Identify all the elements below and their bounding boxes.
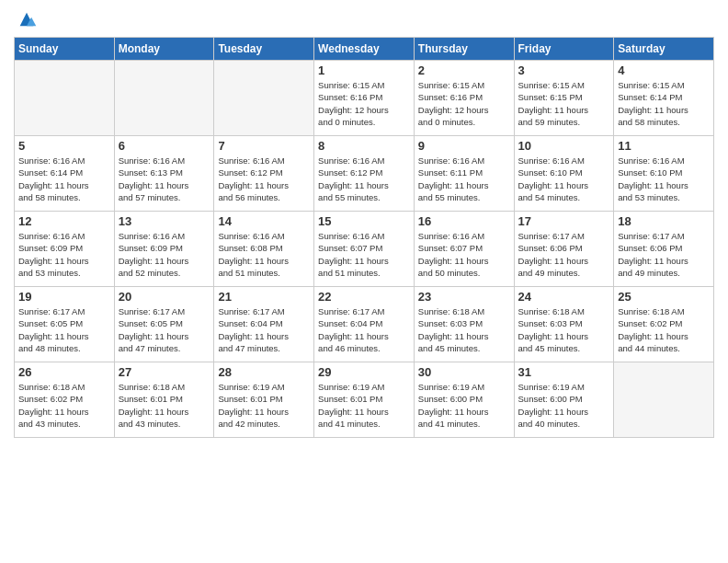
week-row-1: 1Sunrise: 6:15 AM Sunset: 6:16 PM Daylig… bbox=[15, 61, 714, 136]
logo-icon bbox=[17, 9, 37, 29]
day-number: 12 bbox=[18, 214, 110, 228]
weekday-header-monday: Monday bbox=[114, 38, 214, 61]
day-info: Sunrise: 6:18 AM Sunset: 6:03 PM Dayligh… bbox=[418, 305, 510, 354]
day-number: 11 bbox=[618, 139, 710, 153]
day-info: Sunrise: 6:18 AM Sunset: 6:02 PM Dayligh… bbox=[618, 305, 710, 354]
day-info: Sunrise: 6:17 AM Sunset: 6:05 PM Dayligh… bbox=[119, 305, 210, 354]
calendar-cell: 9Sunrise: 6:16 AM Sunset: 6:11 PM Daylig… bbox=[414, 136, 514, 212]
calendar-cell: 31Sunrise: 6:19 AM Sunset: 6:00 PM Dayli… bbox=[514, 362, 614, 438]
day-number: 27 bbox=[119, 365, 210, 379]
calendar-cell: 1Sunrise: 6:15 AM Sunset: 6:16 PM Daylig… bbox=[314, 61, 415, 136]
day-info: Sunrise: 6:16 AM Sunset: 6:14 PM Dayligh… bbox=[18, 155, 110, 203]
calendar-cell: 28Sunrise: 6:19 AM Sunset: 6:01 PM Dayli… bbox=[214, 362, 314, 438]
day-info: Sunrise: 6:16 AM Sunset: 6:09 PM Dayligh… bbox=[18, 230, 110, 279]
day-number: 31 bbox=[518, 365, 610, 379]
day-number: 8 bbox=[318, 139, 410, 153]
calendar-cell bbox=[614, 362, 714, 438]
calendar-cell: 23Sunrise: 6:18 AM Sunset: 6:03 PM Dayli… bbox=[414, 287, 514, 362]
day-info: Sunrise: 6:17 AM Sunset: 6:06 PM Dayligh… bbox=[518, 230, 610, 279]
day-number: 17 bbox=[518, 214, 610, 228]
day-info: Sunrise: 6:15 AM Sunset: 6:14 PM Dayligh… bbox=[618, 79, 710, 128]
day-number: 28 bbox=[218, 365, 310, 379]
day-number: 20 bbox=[119, 290, 210, 304]
calendar-cell: 12Sunrise: 6:16 AM Sunset: 6:09 PM Dayli… bbox=[15, 212, 115, 287]
day-info: Sunrise: 6:15 AM Sunset: 6:15 PM Dayligh… bbox=[518, 79, 610, 128]
day-number: 25 bbox=[618, 290, 710, 304]
weekday-header-wednesday: Wednesday bbox=[314, 38, 415, 61]
weekday-header-friday: Friday bbox=[514, 38, 614, 61]
day-info: Sunrise: 6:19 AM Sunset: 6:00 PM Dayligh… bbox=[418, 381, 510, 430]
day-number: 30 bbox=[418, 365, 510, 379]
day-info: Sunrise: 6:16 AM Sunset: 6:09 PM Dayligh… bbox=[119, 230, 210, 279]
week-row-2: 5Sunrise: 6:16 AM Sunset: 6:14 PM Daylig… bbox=[15, 136, 714, 212]
day-number: 26 bbox=[18, 365, 110, 379]
page-container: SundayMondayTuesdayWednesdayThursdayFrid… bbox=[0, 0, 728, 563]
calendar-cell: 5Sunrise: 6:16 AM Sunset: 6:14 PM Daylig… bbox=[15, 136, 115, 212]
calendar-cell: 20Sunrise: 6:17 AM Sunset: 6:05 PM Dayli… bbox=[114, 287, 214, 362]
calendar-cell: 17Sunrise: 6:17 AM Sunset: 6:06 PM Dayli… bbox=[514, 212, 614, 287]
calendar-cell: 3Sunrise: 6:15 AM Sunset: 6:15 PM Daylig… bbox=[514, 61, 614, 136]
calendar-cell: 16Sunrise: 6:16 AM Sunset: 6:07 PM Dayli… bbox=[414, 212, 514, 287]
day-number: 4 bbox=[618, 63, 710, 77]
calendar-cell: 8Sunrise: 6:16 AM Sunset: 6:12 PM Daylig… bbox=[314, 136, 415, 212]
day-number: 19 bbox=[18, 290, 110, 304]
day-info: Sunrise: 6:16 AM Sunset: 6:07 PM Dayligh… bbox=[318, 230, 410, 279]
calendar-cell: 15Sunrise: 6:16 AM Sunset: 6:07 PM Dayli… bbox=[314, 212, 415, 287]
day-info: Sunrise: 6:18 AM Sunset: 6:02 PM Dayligh… bbox=[18, 381, 110, 430]
day-info: Sunrise: 6:16 AM Sunset: 6:11 PM Dayligh… bbox=[418, 155, 510, 203]
weekday-header-saturday: Saturday bbox=[614, 38, 714, 61]
week-row-4: 19Sunrise: 6:17 AM Sunset: 6:05 PM Dayli… bbox=[15, 287, 714, 362]
calendar-cell: 2Sunrise: 6:15 AM Sunset: 6:16 PM Daylig… bbox=[414, 61, 514, 136]
calendar-cell: 21Sunrise: 6:17 AM Sunset: 6:04 PM Dayli… bbox=[214, 287, 314, 362]
calendar-cell: 27Sunrise: 6:18 AM Sunset: 6:01 PM Dayli… bbox=[114, 362, 214, 438]
day-number: 18 bbox=[618, 214, 710, 228]
day-info: Sunrise: 6:19 AM Sunset: 6:01 PM Dayligh… bbox=[318, 381, 410, 430]
weekday-header-row: SundayMondayTuesdayWednesdayThursdayFrid… bbox=[15, 38, 714, 61]
day-info: Sunrise: 6:17 AM Sunset: 6:04 PM Dayligh… bbox=[318, 305, 410, 354]
day-number: 13 bbox=[119, 214, 210, 228]
day-info: Sunrise: 6:18 AM Sunset: 6:01 PM Dayligh… bbox=[119, 381, 210, 430]
week-row-3: 12Sunrise: 6:16 AM Sunset: 6:09 PM Dayli… bbox=[15, 212, 714, 287]
week-row-5: 26Sunrise: 6:18 AM Sunset: 6:02 PM Dayli… bbox=[15, 362, 714, 438]
day-info: Sunrise: 6:16 AM Sunset: 6:08 PM Dayligh… bbox=[218, 230, 310, 279]
day-info: Sunrise: 6:19 AM Sunset: 6:00 PM Dayligh… bbox=[518, 381, 610, 430]
day-info: Sunrise: 6:16 AM Sunset: 6:13 PM Dayligh… bbox=[119, 155, 210, 203]
calendar-cell: 29Sunrise: 6:19 AM Sunset: 6:01 PM Dayli… bbox=[314, 362, 415, 438]
day-info: Sunrise: 6:18 AM Sunset: 6:03 PM Dayligh… bbox=[518, 305, 610, 354]
calendar-cell: 19Sunrise: 6:17 AM Sunset: 6:05 PM Dayli… bbox=[15, 287, 115, 362]
day-number: 14 bbox=[218, 214, 310, 228]
day-info: Sunrise: 6:17 AM Sunset: 6:05 PM Dayligh… bbox=[18, 305, 110, 354]
calendar-cell bbox=[114, 61, 214, 136]
weekday-header-thursday: Thursday bbox=[414, 38, 514, 61]
day-info: Sunrise: 6:16 AM Sunset: 6:12 PM Dayligh… bbox=[318, 155, 410, 203]
calendar-cell: 4Sunrise: 6:15 AM Sunset: 6:14 PM Daylig… bbox=[614, 61, 714, 136]
calendar-cell: 24Sunrise: 6:18 AM Sunset: 6:03 PM Dayli… bbox=[514, 287, 614, 362]
logo bbox=[14, 9, 37, 29]
day-info: Sunrise: 6:16 AM Sunset: 6:07 PM Dayligh… bbox=[418, 230, 510, 279]
day-number: 23 bbox=[418, 290, 510, 304]
day-number: 24 bbox=[518, 290, 610, 304]
day-info: Sunrise: 6:16 AM Sunset: 6:10 PM Dayligh… bbox=[518, 155, 610, 203]
calendar-cell bbox=[15, 61, 115, 136]
day-info: Sunrise: 6:15 AM Sunset: 6:16 PM Dayligh… bbox=[318, 79, 410, 128]
day-number: 10 bbox=[518, 139, 610, 153]
day-number: 7 bbox=[218, 139, 310, 153]
day-number: 16 bbox=[418, 214, 510, 228]
calendar-cell: 11Sunrise: 6:16 AM Sunset: 6:10 PM Dayli… bbox=[614, 136, 714, 212]
day-info: Sunrise: 6:16 AM Sunset: 6:10 PM Dayligh… bbox=[618, 155, 710, 203]
day-number: 5 bbox=[18, 139, 110, 153]
day-info: Sunrise: 6:17 AM Sunset: 6:04 PM Dayligh… bbox=[218, 305, 310, 354]
weekday-header-sunday: Sunday bbox=[15, 38, 115, 61]
day-info: Sunrise: 6:16 AM Sunset: 6:12 PM Dayligh… bbox=[218, 155, 310, 203]
day-number: 29 bbox=[318, 365, 410, 379]
calendar-cell: 10Sunrise: 6:16 AM Sunset: 6:10 PM Dayli… bbox=[514, 136, 614, 212]
calendar-cell: 13Sunrise: 6:16 AM Sunset: 6:09 PM Dayli… bbox=[114, 212, 214, 287]
calendar-cell bbox=[214, 61, 314, 136]
calendar-cell: 14Sunrise: 6:16 AM Sunset: 6:08 PM Dayli… bbox=[214, 212, 314, 287]
calendar-cell: 26Sunrise: 6:18 AM Sunset: 6:02 PM Dayli… bbox=[15, 362, 115, 438]
calendar-table: SundayMondayTuesdayWednesdayThursdayFrid… bbox=[14, 37, 714, 438]
calendar-cell: 22Sunrise: 6:17 AM Sunset: 6:04 PM Dayli… bbox=[314, 287, 415, 362]
calendar-cell: 6Sunrise: 6:16 AM Sunset: 6:13 PM Daylig… bbox=[114, 136, 214, 212]
day-number: 21 bbox=[218, 290, 310, 304]
day-info: Sunrise: 6:15 AM Sunset: 6:16 PM Dayligh… bbox=[418, 79, 510, 128]
